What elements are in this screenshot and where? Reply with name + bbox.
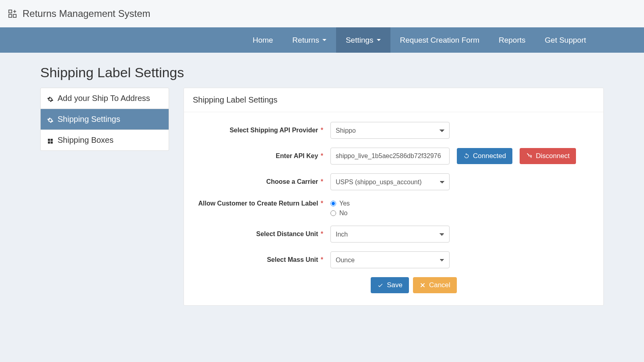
app-logo: Returns Management System (8, 8, 150, 19)
nav-label: Request Creation Form (400, 36, 479, 45)
nav-label: Settings (346, 36, 374, 45)
sidebar-item-shipping-boxes[interactable]: Shipping Boxes (41, 130, 169, 150)
row-carrier: Choose a Carrier * USPS (shippo_usps_acc… (194, 173, 594, 190)
check-icon (377, 282, 384, 288)
chevron-down-icon (322, 39, 326, 41)
radio-yes[interactable]: Yes (330, 200, 350, 207)
row-api-key: Enter API Key * Connected (194, 148, 594, 165)
sidebar-item-label: Shipping Settings (58, 115, 120, 124)
app-logo-icon (8, 9, 17, 18)
radio-label: No (339, 210, 347, 217)
button-label: Cancel (429, 281, 450, 289)
disconnect-button[interactable]: Disconnect (520, 148, 576, 164)
label-mass-unit: Select Mass Unit * (194, 255, 330, 264)
close-icon (419, 282, 426, 288)
label-text: Enter API Key (276, 152, 318, 159)
svg-rect-8 (51, 141, 53, 143)
layout: Add your Ship To Address Shipping Settin… (40, 88, 604, 306)
radio-no[interactable]: No (330, 210, 350, 217)
connected-button[interactable]: Connected (457, 148, 512, 164)
label-provider: Select Shipping API Provider * (194, 126, 330, 135)
radio-group-allow-label: Yes No (330, 199, 350, 217)
nav-label: Get Support (545, 36, 586, 45)
svg-rect-5 (48, 139, 50, 141)
label-api-key: Enter API Key * (194, 152, 330, 160)
gear-icon (47, 95, 54, 102)
nav-label: Home (253, 36, 273, 45)
sidebar-item-label: Add your Ship To Address (58, 94, 150, 103)
label-text: Choose a Carrier (266, 178, 318, 185)
form-actions: Save Cancel (234, 277, 594, 293)
svg-rect-0 (9, 10, 12, 13)
radio-input-no[interactable] (330, 210, 336, 216)
radio-input-yes[interactable] (330, 201, 336, 206)
unlink-icon (526, 153, 533, 159)
select-distance-unit[interactable]: Inch (330, 226, 450, 243)
nav-get-support[interactable]: Get Support (535, 27, 596, 53)
sidebar-item-shipping-settings[interactable]: Shipping Settings (41, 109, 169, 130)
select-provider[interactable]: Shippo (330, 122, 450, 139)
panel-header: Shipping Label Settings (184, 88, 603, 112)
row-distance: Select Distance Unit * Inch (194, 226, 594, 243)
radio-label: Yes (339, 200, 350, 207)
gear-icon (47, 116, 54, 123)
required-asterisk: * (319, 127, 323, 134)
input-api-key[interactable] (330, 148, 450, 165)
sidebar-item-label: Shipping Boxes (58, 136, 114, 145)
navbar: Home Returns Settings Request Creation F… (0, 27, 644, 53)
label-text: Select Distance Unit (256, 230, 318, 237)
row-provider: Select Shipping API Provider * Shippo (194, 122, 594, 139)
page-title: Shipping Label Settings (40, 65, 604, 80)
svg-rect-6 (51, 139, 53, 141)
required-asterisk: * (319, 152, 323, 159)
chevron-down-icon (377, 39, 381, 41)
nav-settings[interactable]: Settings (336, 27, 390, 53)
app-title: Returns Management System (23, 8, 150, 19)
button-label: Disconnect (536, 152, 570, 160)
label-allow-return-label: Allow Customer to Create Return Label * (194, 199, 330, 208)
save-button[interactable]: Save (371, 277, 409, 293)
required-asterisk: * (319, 256, 323, 263)
nav-request-creation-form[interactable]: Request Creation Form (390, 27, 489, 53)
required-asterisk: * (319, 178, 323, 185)
nav-home[interactable]: Home (243, 27, 283, 53)
label-text: Allow Customer to Create Return Label (198, 200, 318, 207)
refresh-icon (463, 153, 470, 159)
cancel-button[interactable]: Cancel (413, 277, 457, 293)
button-label: Save (387, 281, 402, 289)
nav-returns[interactable]: Returns (283, 27, 336, 53)
settings-form: Select Shipping API Provider * Shippo En… (184, 112, 603, 293)
svg-rect-1 (9, 14, 12, 17)
label-text: Select Shipping API Provider (229, 127, 318, 134)
sidebar-item-ship-to-address[interactable]: Add your Ship To Address (41, 88, 169, 109)
row-mass: Select Mass Unit * Ounce (194, 251, 594, 268)
page-body: Shipping Label Settings Add your Ship To… (0, 53, 644, 318)
grid-icon (47, 137, 54, 144)
nav-reports[interactable]: Reports (489, 27, 535, 53)
select-mass-unit[interactable]: Ounce (330, 251, 450, 268)
required-asterisk: * (319, 200, 323, 207)
settings-sidebar: Add your Ship To Address Shipping Settin… (40, 88, 169, 151)
label-carrier: Choose a Carrier * (194, 177, 330, 186)
button-label: Connected (473, 152, 506, 160)
nav-label: Returns (292, 36, 319, 45)
required-asterisk: * (319, 230, 323, 237)
main-panel: Shipping Label Settings Select Shipping … (184, 88, 604, 306)
select-carrier[interactable]: USPS (shippo_usps_account) (330, 173, 450, 190)
topbar: Returns Management System (0, 0, 644, 27)
row-allow-label: Allow Customer to Create Return Label * … (194, 199, 594, 217)
nav-label: Reports (499, 36, 526, 45)
svg-rect-7 (48, 141, 50, 143)
svg-rect-2 (13, 14, 16, 17)
label-text: Select Mass Unit (267, 256, 318, 263)
label-distance-unit: Select Distance Unit * (194, 230, 330, 239)
